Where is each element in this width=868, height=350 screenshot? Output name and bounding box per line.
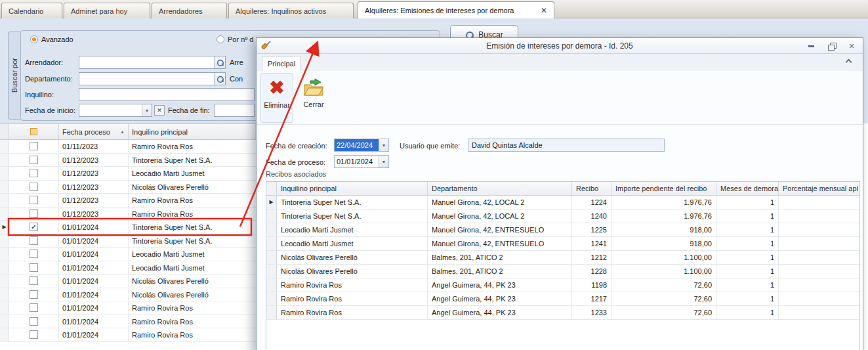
row-checkbox-cell[interactable] <box>9 154 59 167</box>
grid-row[interactable]: Ramiro Rovira RosAngel Guimera, 44, PK 2… <box>266 292 859 306</box>
checkbox[interactable] <box>30 250 38 258</box>
table-row[interactable]: 01/01/2024Ramiro Rovira Ros <box>0 328 256 342</box>
row-checkbox-cell[interactable] <box>9 301 59 315</box>
tab-arrendadores[interactable]: Arrendadores <box>152 3 227 18</box>
fecha-fin-input[interactable] <box>214 104 255 117</box>
collapse-ribbon-icon[interactable] <box>846 60 851 64</box>
usuario-input[interactable]: David Quintas Alcalde <box>468 139 665 152</box>
table-row[interactable]: 01/01/2024Leocadio Marti Jusmet <box>0 248 256 261</box>
grid-row[interactable]: Leocadio Marti JusmetManuel Girona, 42, … <box>266 237 859 251</box>
checkbox[interactable] <box>30 317 38 326</box>
checkbox[interactable] <box>30 183 38 191</box>
checkbox[interactable] <box>30 169 38 177</box>
radio-por-numero[interactable]: Por nº d <box>217 35 253 44</box>
grid-row[interactable]: Ramiro Rovira RosAngel Guimera, 44, PK 2… <box>266 278 859 292</box>
dialog-titlebar[interactable]: Emisión de intereses por demora - Id. 20… <box>257 38 863 54</box>
table-row[interactable]: 01/01/2024Ramiro Rovira Ros <box>0 301 256 315</box>
column-header[interactable]: Departamento <box>428 182 572 195</box>
checkbox[interactable]: ✓ <box>30 223 38 231</box>
inquilino-input[interactable] <box>79 88 255 101</box>
cell-inquilino-principal: Ramiro Rovira Ros <box>129 328 256 341</box>
checkbox[interactable] <box>30 303 38 312</box>
minimize-button[interactable] <box>806 41 816 51</box>
maximize-button[interactable] <box>827 41 836 51</box>
checkbox[interactable] <box>30 156 38 164</box>
checkbox[interactable] <box>30 209 38 218</box>
row-checkbox-cell[interactable] <box>9 181 59 194</box>
cerrar-button[interactable]: Cerrar <box>297 73 330 123</box>
column-header[interactable]: Importe pendiente del recibo <box>611 182 716 195</box>
checkbox[interactable] <box>30 330 38 339</box>
row-checkbox-cell[interactable] <box>9 261 59 274</box>
row-checkbox-cell[interactable] <box>9 208 59 221</box>
row-checkbox-cell[interactable] <box>9 140 59 153</box>
table-row[interactable]: 01/01/2024Nicolás Olivares Perelló <box>0 274 256 288</box>
table-row[interactable]: 01/12/2023Ramiro Rovira Ros <box>0 194 256 208</box>
column-header-fecha-proceso[interactable]: Fecha proceso ▲ <box>59 124 129 139</box>
row-checkbox-cell[interactable] <box>9 194 59 207</box>
column-header[interactable]: Inquilino principal <box>277 182 428 195</box>
row-indicator <box>0 181 9 194</box>
row-checkbox-cell[interactable] <box>9 328 59 341</box>
checkbox[interactable] <box>30 196 38 204</box>
tab-calendario[interactable]: Calendario <box>1 3 62 18</box>
close-button[interactable]: ✕ <box>847 41 856 51</box>
buscar-por-side-tab[interactable]: Buscar por <box>8 32 20 120</box>
tab-emisiones-intereses[interactable]: Alquileres: Emisiones de intereses por d… <box>358 1 554 18</box>
row-checkbox-cell[interactable] <box>9 167 59 180</box>
column-header[interactable]: Porcentaje mensual apl <box>779 182 860 195</box>
grid-row[interactable]: Ramiro Rovira RosAngel Guimera, 44, PK 2… <box>266 306 859 320</box>
arrendador-input[interactable] <box>79 56 226 69</box>
table-row[interactable]: 01/11/2023Ramiro Rovira Ros <box>0 140 256 154</box>
column-header[interactable]: Meses de demora <box>716 182 779 195</box>
row-checkbox-cell[interactable] <box>9 315 59 328</box>
fecha-creacion-label: Fecha de creación: <box>266 140 327 152</box>
checkbox[interactable] <box>30 142 38 150</box>
row-checkbox-cell[interactable] <box>9 288 59 301</box>
radio-avanzado[interactable]: Avanzado <box>30 35 73 44</box>
table-row[interactable]: 01/01/2024Ramiro Rovira Ros <box>0 315 256 329</box>
row-indicator <box>266 209 277 223</box>
table-row[interactable]: 01/12/2023Tintoreria Super Net S.A. <box>0 154 256 167</box>
dropdown-icon[interactable]: ▼ <box>379 139 388 151</box>
row-checkbox-cell[interactable] <box>9 234 59 248</box>
table-row[interactable]: 01/12/2023Nicolás Olivares Perelló <box>0 181 256 194</box>
dropdown-icon[interactable]: ▼ <box>379 156 388 167</box>
grid-row[interactable]: Leocadio Marti JusmetManuel Girona, 42, … <box>266 223 859 237</box>
tab-inquilinos-activos[interactable]: Alquileres: Inquilinos activos <box>228 3 354 18</box>
grid-row[interactable]: Tintoreria Super Net S.A.Manuel Girona, … <box>266 209 859 223</box>
departamento-lookup-button[interactable] <box>214 73 225 85</box>
row-checkbox-cell[interactable] <box>9 248 59 261</box>
fecha-inicio-input[interactable]: ▼ <box>79 104 152 117</box>
row-checkbox-cell[interactable] <box>9 274 59 288</box>
checkbox[interactable] <box>30 290 38 299</box>
table-row[interactable]: 01/12/2023Ramiro Rovira Ros <box>0 208 256 221</box>
table-row[interactable]: 01/01/2024Tintoreria Super Net S.A. <box>0 234 256 248</box>
fecha-proceso-input[interactable]: 01/01/2024 ▼ <box>334 155 389 168</box>
row-checkbox-cell[interactable]: ✓ <box>9 221 59 234</box>
grid-row[interactable]: Nicolás Olivares PerellóBalmes, 201, ATI… <box>266 265 859 278</box>
fecha-creacion-input[interactable]: 22/04/2024 ▼ <box>334 139 389 152</box>
grid-cell: Nicolás Olivares Perelló <box>277 251 428 264</box>
checkbox[interactable] <box>30 236 38 245</box>
close-tab-icon[interactable]: ✕ <box>541 6 547 15</box>
arrendador-lookup-button[interactable] <box>214 56 225 68</box>
checkbox[interactable] <box>30 263 38 272</box>
grid-row[interactable]: Nicolás Olivares PerellóBalmes, 201, ATI… <box>266 251 859 265</box>
clear-fecha-icon[interactable]: ✕ <box>154 105 165 116</box>
cell-inquilino-principal: Nicolás Olivares Perelló <box>129 274 256 288</box>
departamento-input[interactable] <box>79 72 226 85</box>
dropdown-icon[interactable]: ▼ <box>142 104 152 116</box>
checkbox[interactable] <box>30 276 38 285</box>
grid-row[interactable]: ▶Tintoreria Super Net S.A.Manuel Girona,… <box>266 196 859 209</box>
table-row[interactable]: ▶✓01/01/2024Tintoreria Super Net S.A. <box>0 221 256 234</box>
tab-principal[interactable]: Principal <box>262 56 301 71</box>
column-header-inquilino[interactable]: Inquilino principal <box>129 124 256 139</box>
eliminar-button[interactable]: ✖ Eliminar <box>260 73 293 123</box>
table-row[interactable]: 01/01/2024Leocadio Marti Jusmet <box>0 261 256 275</box>
table-row[interactable]: 01/12/2023Leocadio Marti Jusmet <box>0 167 256 181</box>
column-header[interactable]: Recibo <box>572 182 611 195</box>
tab-adminet[interactable]: Adminet para hoy <box>64 3 150 18</box>
select-all-checkbox[interactable] <box>9 124 59 139</box>
table-row[interactable]: 01/01/2024Nicolás Olivares Perelló <box>0 288 256 302</box>
